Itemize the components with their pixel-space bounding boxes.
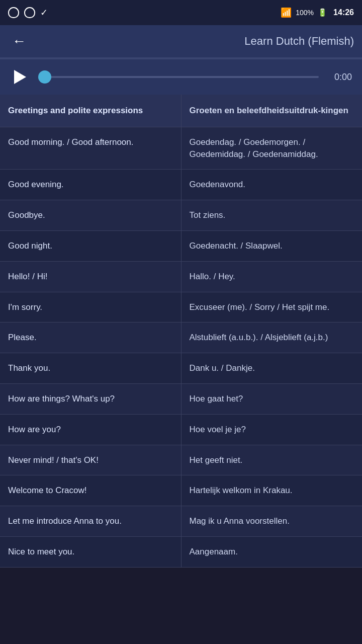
- battery-icon: 🔋: [318, 8, 327, 17]
- english-cell: Goodbye.: [0, 200, 181, 231]
- table-row[interactable]: Let me introduce Anna to you.Mag ik u An…: [0, 506, 362, 537]
- table-row[interactable]: Good night.Goedenacht. / Slaapwel.: [0, 230, 362, 261]
- english-cell: Never mind! / that's OK!: [0, 445, 181, 475]
- play-triangle-icon: [14, 70, 26, 84]
- english-cell: I'm sorry.: [0, 292, 181, 323]
- shield-icon-1: [8, 7, 19, 18]
- top-bar: ← Learn Dutch (Flemish): [0, 25, 362, 57]
- table-row[interactable]: Thank you.Dank u. / Dankje.: [0, 353, 362, 384]
- english-cell: Good morning. / Good afternoon.: [0, 127, 181, 170]
- dutch-cell: Hallo. / Hey.: [181, 261, 362, 292]
- dutch-cell: Hoe voel je je?: [181, 414, 362, 445]
- english-cell: Welcome to Cracow!: [0, 475, 181, 506]
- dutch-cell: Alstublieft (a.u.b.). / Alsjeblieft (a.j…: [181, 323, 362, 353]
- vocab-table: Greetings and polite expressionsGroeten …: [0, 95, 362, 568]
- clock: 14:26: [333, 8, 354, 17]
- time-display: 0:00: [327, 72, 352, 83]
- english-cell: Nice to meet you.: [0, 536, 181, 567]
- status-icons-right: 📶 100% 🔋 14:26: [281, 7, 354, 18]
- table-row[interactable]: Greetings and polite expressionsGroeten …: [0, 95, 362, 127]
- table-row[interactable]: I'm sorry.Excuseer (me). / Sorry / Het s…: [0, 292, 362, 323]
- dutch-cell: Goedendag. / Goedemorgen. / Goedemiddag.…: [181, 127, 362, 170]
- table-row[interactable]: Hello! / Hi!Hallo. / Hey.: [0, 261, 362, 292]
- english-cell: Good night.: [0, 230, 181, 261]
- scrubber-track[interactable]: [38, 76, 319, 78]
- battery-indicator: 100%: [296, 9, 314, 17]
- dutch-cell: Aangenaam.: [181, 536, 362, 567]
- table-row[interactable]: Welcome to Cracow!Hartelijk welkom in Kr…: [0, 475, 362, 506]
- shield-icon-2: [24, 7, 35, 18]
- dutch-cell: Goedenavond.: [181, 170, 362, 200]
- table-row[interactable]: Nice to meet you.Aangenaam.: [0, 536, 362, 567]
- dutch-cell: Mag ik u Anna voorstellen.: [181, 506, 362, 537]
- status-bar: ✓ 📶 100% 🔋 14:26: [0, 0, 362, 25]
- english-cell: Thank you.: [0, 353, 181, 384]
- wifi-icon: 📶: [281, 7, 292, 18]
- english-cell: Hello! / Hi!: [0, 261, 181, 292]
- english-cell: Please.: [0, 323, 181, 353]
- dutch-cell: Groeten en beleefdheidsuitdruk-kingen: [181, 95, 362, 127]
- english-cell: Let me introduce Anna to you.: [0, 506, 181, 537]
- english-cell: Good evening.: [0, 170, 181, 200]
- dutch-cell: Excuseer (me). / Sorry / Het spijt me.: [181, 292, 362, 323]
- status-icons-left: ✓: [8, 7, 48, 18]
- table-row[interactable]: How are things? What's up?Hoe gaat het?: [0, 383, 362, 414]
- table-row[interactable]: Good morning. / Good afternoon.Goedendag…: [0, 127, 362, 170]
- dutch-cell: Goedenacht. / Slaapwel.: [181, 230, 362, 261]
- table-row[interactable]: Goodbye.Tot ziens.: [0, 200, 362, 231]
- english-cell: How are you?: [0, 414, 181, 445]
- dutch-cell: Hartelijk welkom in Krakau.: [181, 475, 362, 506]
- play-button[interactable]: [10, 67, 30, 87]
- table-row[interactable]: Good evening.Goedenavond.: [0, 170, 362, 200]
- table-row[interactable]: How are you?Hoe voel je je?: [0, 414, 362, 445]
- check-icon: ✓: [40, 7, 48, 18]
- english-cell: How are things? What's up?: [0, 383, 181, 414]
- english-cell: Greetings and polite expressions: [0, 95, 181, 127]
- table-row[interactable]: Please.Alstublieft (a.u.b.). / Alsjeblie…: [0, 323, 362, 353]
- dutch-cell: Dank u. / Dankje.: [181, 353, 362, 384]
- app-title: Learn Dutch (Flemish): [38, 35, 354, 48]
- back-button[interactable]: ←: [8, 30, 30, 52]
- player-bar: 0:00: [0, 59, 362, 95]
- table-row[interactable]: Never mind! / that's OK!Het geeft niet.: [0, 445, 362, 475]
- dutch-cell: Hoe gaat het?: [181, 383, 362, 414]
- scrubber-thumb[interactable]: [38, 70, 51, 84]
- dutch-cell: Tot ziens.: [181, 200, 362, 231]
- dutch-cell: Het geeft niet.: [181, 445, 362, 475]
